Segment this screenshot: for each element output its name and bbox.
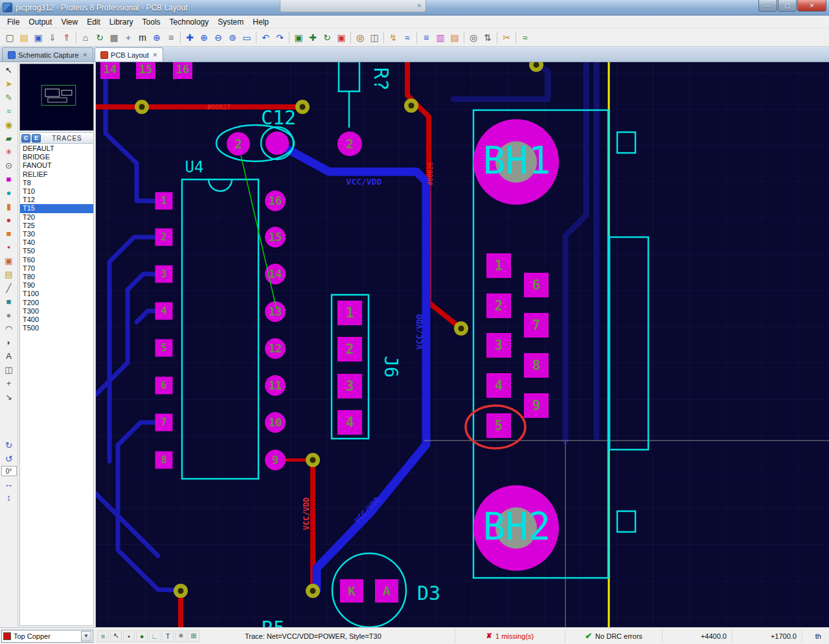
trace-style-t200[interactable]: T200	[20, 299, 93, 307]
graphics-box-icon[interactable]: ■	[2, 295, 16, 308]
mirror-horizontal-icon[interactable]: ↔	[2, 477, 16, 490]
trace-style-t90[interactable]: T90	[20, 281, 93, 290]
menu-help[interactable]: Help	[248, 16, 273, 28]
trace-style-t8[interactable]: T8	[20, 179, 93, 187]
center-at-cursor-icon[interactable]: ⊕	[150, 30, 164, 45]
layer-colours-icon[interactable]: ▤	[448, 30, 462, 45]
mirror-vertical-icon[interactable]: ↕	[2, 491, 16, 503]
block-rotate-icon[interactable]: ↻	[320, 30, 334, 45]
package-mode-icon[interactable]: ✎	[2, 91, 16, 104]
menu-tools[interactable]: Tools	[138, 16, 165, 28]
menu-library[interactable]: Library	[105, 16, 138, 28]
close-button[interactable]: ✕	[797, 0, 826, 12]
graphics-symbol-icon[interactable]: ◫	[2, 363, 16, 376]
zoom-all-icon[interactable]: ⊚	[225, 30, 240, 45]
pcb-canvas[interactable]: 1415161234567816151413121110922123412345…	[96, 62, 829, 627]
pad-dil-icon[interactable]: ▮	[2, 200, 16, 213]
open-project-icon[interactable]: ▤	[17, 30, 31, 45]
import-file-icon[interactable]: ⇓	[45, 30, 60, 45]
menu-system[interactable]: System	[213, 16, 248, 28]
pad-edge-icon[interactable]: ▤	[2, 268, 16, 281]
pad[interactable]	[266, 132, 289, 155]
drc-indicator[interactable]: ✔ No DRC errors	[565, 630, 662, 643]
trace-style-t15[interactable]: T15	[20, 204, 93, 213]
cursor-mode-icon[interactable]: m	[135, 30, 150, 45]
display-settings-icon[interactable]: ▥	[433, 30, 448, 45]
trace-style-t20[interactable]: T20	[20, 213, 93, 222]
chevron-down-icon[interactable]: ▼	[81, 631, 91, 641]
trace-style-t30[interactable]: T30	[20, 230, 93, 238]
new-file-icon[interactable]: ▢	[3, 30, 17, 45]
rotate-anticlockwise-icon[interactable]: ↺	[2, 452, 16, 465]
track-mode-icon[interactable]: ≈	[2, 104, 16, 118]
dimension-mode-icon[interactable]: ↘	[2, 390, 16, 404]
menu-technology[interactable]: Technology	[165, 16, 214, 28]
graphics-marker-icon[interactable]: +	[2, 376, 16, 390]
home-icon[interactable]: ⌂	[78, 30, 93, 45]
trace-style-t25[interactable]: T25	[20, 222, 93, 230]
trace-style-t10[interactable]: T10	[20, 187, 93, 196]
zoom-out-icon[interactable]: ⊖	[211, 30, 225, 45]
create-trace-style-button[interactable]: C	[21, 134, 30, 143]
selection-arrow-toggle-icon[interactable]: ↖	[110, 630, 122, 642]
menu-edit[interactable]: Edit	[82, 16, 105, 28]
zone-mode-icon[interactable]: ▰	[2, 132, 16, 145]
pick-parts-icon[interactable]: ◎	[353, 30, 367, 45]
trace-style-toggle-icon[interactable]: T	[162, 630, 174, 642]
redraw-icon[interactable]: ↻	[93, 30, 107, 45]
toggle-grid-icon[interactable]: ▦	[107, 30, 121, 45]
tab-pcb-layout[interactable]: PCB Layout✕	[95, 47, 163, 62]
save-project-icon[interactable]: ▣	[31, 30, 45, 45]
missing-indicator[interactable]: ✘ 1 missing(s)	[455, 630, 565, 643]
connectivity-highlight-icon[interactable]: ⊙	[2, 159, 16, 172]
autoroute-icon[interactable]: ≈	[400, 30, 414, 45]
menu-view[interactable]: View	[56, 16, 82, 28]
graph-mode-icon[interactable]: ≈	[518, 30, 532, 45]
trace-style-t300[interactable]: T300	[20, 307, 93, 316]
edit-layer-pairs-icon[interactable]: ≡	[164, 30, 178, 45]
pad-square-icon[interactable]: ■	[2, 172, 16, 186]
graphics-path-icon[interactable]: ◗	[2, 336, 16, 349]
make-package-icon[interactable]: ◫	[367, 30, 381, 45]
trace-style-t100[interactable]: T100	[20, 290, 93, 298]
graphics-circle-icon[interactable]: ●	[2, 308, 16, 322]
layer-selector[interactable]: Top Copper ▼	[1, 630, 93, 643]
pan-icon[interactable]: ✚	[183, 30, 197, 45]
trace-style-t400[interactable]: T400	[20, 316, 93, 324]
ratsnest-toggle-icon[interactable]: ✳	[175, 630, 187, 642]
tab-close-icon[interactable]: ✕	[153, 52, 158, 58]
pad-stack-icon[interactable]: ▣	[2, 254, 16, 268]
pad-square-th-icon[interactable]: ■	[2, 227, 16, 240]
menu-output[interactable]: Output	[24, 16, 56, 28]
pad-round-th-icon[interactable]: ●	[2, 213, 16, 227]
trace-style-t50[interactable]: T50	[20, 247, 93, 255]
design-overview[interactable]	[19, 63, 94, 131]
pad-smd-icon[interactable]: ▪	[2, 240, 16, 254]
trace-style-t500[interactable]: T500	[20, 324, 93, 332]
toggle-false-origin-icon[interactable]: +	[121, 30, 135, 45]
trace-style-relief[interactable]: RELIEF	[20, 170, 93, 179]
minimize-button[interactable]: —	[758, 0, 777, 12]
block-copy-icon[interactable]: ▣	[291, 30, 306, 45]
grid-dot-toggle-icon[interactable]: •	[123, 630, 135, 642]
pad-circle-icon[interactable]: ●	[2, 186, 16, 200]
block-move-icon[interactable]: ✚	[306, 30, 320, 45]
cleanup-icon[interactable]: ✂	[499, 30, 514, 45]
autoplace-icon[interactable]: ↯	[386, 30, 400, 45]
design-explorer-icon[interactable]: ≡	[419, 30, 433, 45]
corner-mode-toggle-icon[interactable]: ∟	[149, 630, 161, 642]
trace-style-t60[interactable]: T60	[20, 256, 93, 264]
tab-schematic-capture[interactable]: Schematic Capture✕	[2, 47, 93, 62]
trace-style-t70[interactable]: T70	[20, 264, 93, 273]
pcb-drawing[interactable]: 1415161234567816151413121110922123412345…	[96, 62, 829, 627]
search-components-icon[interactable]: ◎	[466, 30, 481, 45]
component-mode-icon[interactable]: ➤	[2, 77, 16, 91]
undo-icon[interactable]: ↶	[258, 30, 273, 45]
trace-style-t12[interactable]: T12	[20, 196, 93, 204]
zoom-area-icon[interactable]: ▭	[240, 30, 254, 45]
graphics-text-icon[interactable]: A	[2, 349, 16, 363]
block-delete-icon[interactable]: ▣	[334, 30, 348, 45]
via-mode-icon[interactable]: ◉	[2, 118, 16, 132]
trace-style-default[interactable]: DEFAULT	[20, 144, 93, 153]
trace-style-t80[interactable]: T80	[20, 273, 93, 281]
